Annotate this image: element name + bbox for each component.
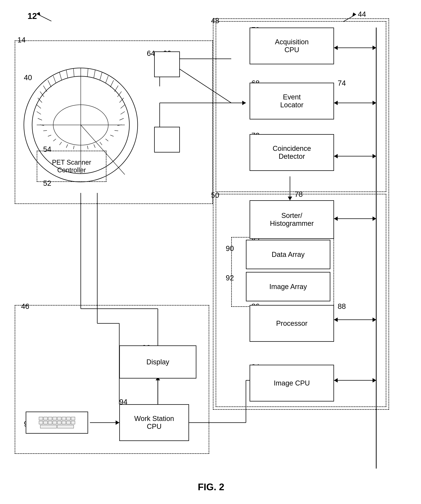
processor-label: Processor bbox=[276, 319, 307, 327]
sorter-histogrammer-label: Sorter/ Histogrammer bbox=[270, 212, 314, 228]
processor-box: Processor bbox=[250, 305, 334, 342]
coincidence-detector-box: Coincidence Detector bbox=[250, 134, 334, 171]
event-locator-box: Event Locator bbox=[250, 83, 334, 120]
display-box: Display bbox=[119, 345, 196, 378]
ref-12: 12 bbox=[28, 11, 37, 21]
keyboard-icon bbox=[26, 412, 88, 434]
data-array-label: Data Array bbox=[272, 251, 305, 258]
acquisition-cpu-label: Acquisition CPU bbox=[275, 38, 309, 54]
pet-scanner-controller-label: PET Scanner Controller bbox=[52, 159, 91, 174]
image-cpu-label: Image CPU bbox=[274, 379, 310, 387]
detector-module-top bbox=[154, 51, 180, 77]
display-label: Display bbox=[146, 358, 170, 366]
figure-label: FIG. 2 bbox=[165, 481, 257, 492]
coincidence-detector-label: Coincidence Detector bbox=[273, 145, 311, 160]
svg-marker-3 bbox=[352, 12, 356, 16]
sorter-histogrammer-box: Sorter/ Histogrammer bbox=[250, 200, 334, 239]
event-locator-label: Event Locator bbox=[280, 93, 304, 109]
image-cpu-box: Image CPU bbox=[250, 365, 334, 402]
pet-scanner-controller-box: PET Scanner Controller bbox=[37, 151, 106, 182]
detector-module-bottom bbox=[154, 127, 180, 152]
work-station-cpu-label: Work Station CPU bbox=[134, 415, 174, 431]
image-array-box: Image Array bbox=[246, 272, 330, 301]
diagram: 12 44 14 40 48 70 68 74 72 64 66 66 54 5… bbox=[0, 0, 421, 504]
data-array-box: Data Array bbox=[246, 240, 330, 269]
ref-44: 44 bbox=[358, 10, 366, 18]
work-station-cpu-box: Work Station CPU bbox=[119, 404, 189, 441]
image-array-label: Image Array bbox=[269, 283, 307, 291]
svg-line-0 bbox=[37, 14, 51, 21]
acquisition-cpu-box: Acquisition CPU bbox=[250, 28, 334, 64]
svg-marker-1 bbox=[37, 12, 40, 16]
